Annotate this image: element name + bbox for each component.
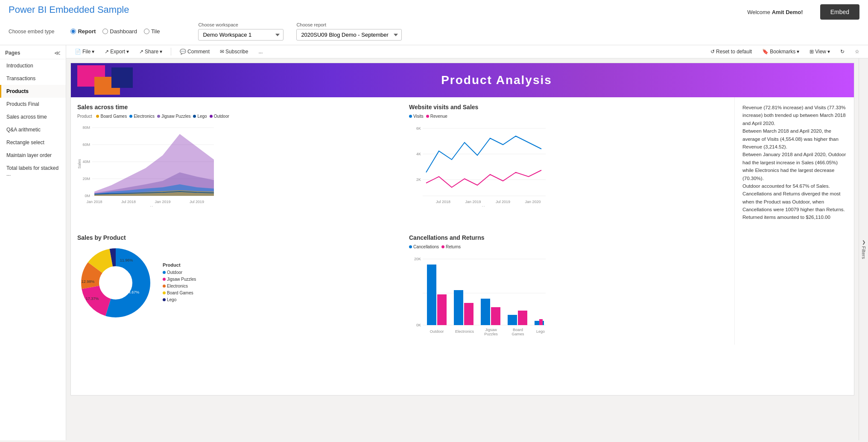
export-chevron-icon: ▾	[126, 49, 129, 55]
reset-button[interactable]: ↺ Reset to default	[707, 47, 755, 56]
sidebar-item-transactions[interactable]: Transactions	[0, 72, 66, 85]
legend-dot-lego	[193, 115, 196, 118]
bar-lego-return	[539, 319, 543, 325]
workspace-select[interactable]: Demo Workspace 1	[198, 29, 283, 41]
sidebar-item-maintain[interactable]: Maintain layer order	[0, 149, 66, 162]
favorite-button[interactable]: ☆	[851, 47, 863, 56]
website-title: Website visits and Sales	[409, 104, 728, 110]
svg-text:Jan 2019: Jan 2019	[155, 200, 170, 204]
subscribe-button[interactable]: ✉ Subscribe	[216, 47, 251, 56]
donut-chart: 11.96% 12.98% 17.37% 54.67%	[77, 244, 154, 323]
sales-time-panel: Sales across time Product Board Games El…	[71, 97, 403, 228]
svg-text:Lego: Lego	[536, 329, 545, 334]
svg-text:6K: 6K	[416, 126, 421, 131]
cancellations-chart: 20K 0K	[409, 252, 554, 337]
bar-board-return	[518, 311, 527, 325]
report-select[interactable]: 2020SU09 Blog Demo - September	[296, 29, 402, 41]
more-button[interactable]: ...	[255, 47, 266, 56]
shape-dark	[111, 67, 133, 88]
website-panel: Website visits and Sales Visits Revenue	[403, 97, 734, 228]
sidebar: Pages ≪ Introduction Transactions Produc…	[0, 45, 66, 440]
workspace-label: Choose workspace	[198, 22, 283, 27]
svg-text:Jigsaw: Jigsaw	[485, 328, 497, 332]
star-icon: ☆	[855, 49, 859, 55]
legend-cancellations: Cancellations	[409, 244, 439, 249]
legend-outdoor: Outdoor	[210, 114, 229, 119]
legend-dot-outdoor	[210, 115, 213, 118]
svg-text:11.96%: 11.96%	[120, 258, 133, 262]
donut-legend-jigsaw: Jigsaw Puzzles	[163, 277, 196, 282]
report-canvas: Product Analysis Sales across time Produ…	[70, 63, 854, 395]
svg-text:Puzzles: Puzzles	[484, 332, 498, 336]
cancellations-legend: Cancellations Returns	[409, 244, 728, 249]
legend-dot-electronics	[129, 115, 132, 118]
donut-legend-electronics: Electronics	[163, 284, 196, 288]
file-button[interactable]: 📄 File ▾	[71, 47, 98, 56]
svg-text:Sales: Sales	[77, 159, 82, 169]
sales-product-panel: Sales by Product	[71, 228, 403, 345]
filters-chevron-icon: ❯	[862, 240, 865, 244]
share-button[interactable]: ↗ Share ▾	[136, 47, 166, 56]
embed-type-radio-group: Report Dashboard Tile	[70, 28, 160, 35]
legend-dot-cancellations	[409, 245, 412, 248]
sidebar-item-sales-time[interactable]: Sales across time	[0, 110, 66, 123]
legend-revenue: Revenue	[426, 114, 447, 119]
svg-text:Outdoor: Outdoor	[430, 329, 444, 334]
donut-dot-electronics	[163, 285, 166, 288]
insight-2: Between March 2018 and April 2020, the a…	[742, 127, 846, 151]
sidebar-item-products[interactable]: Products	[0, 85, 66, 98]
radio-tile[interactable]: Tile	[144, 28, 160, 35]
bookmarks-chevron-icon: ▾	[797, 49, 799, 55]
sidebar-item-qa[interactable]: Q&A arithmetic	[0, 123, 66, 136]
legend-dot-board-games	[96, 115, 99, 118]
svg-text:17.37%: 17.37%	[86, 297, 99, 301]
toolbar-separator-1	[171, 48, 171, 55]
insight-5: Cancellations and Returns diverged the m…	[742, 190, 846, 221]
file-icon: 📄	[75, 49, 81, 55]
refresh-button[interactable]: ↻	[837, 47, 848, 56]
bookmarks-button[interactable]: 🔖 Bookmarks ▾	[759, 47, 803, 56]
view-button[interactable]: ⊞ View ▾	[806, 47, 833, 56]
top-header: Power BI Embedded Sample Welcome Amit De…	[0, 0, 868, 45]
legend-dot-revenue	[426, 115, 429, 118]
banner-shapes	[71, 63, 135, 97]
sidebar-item-total-labels[interactable]: Total labels for stacked ...	[0, 162, 66, 180]
svg-text:Jan 2019: Jan 2019	[465, 200, 481, 204]
sales-product-title: Sales by Product	[77, 234, 396, 241]
svg-text:Jul 2019: Jul 2019	[190, 200, 204, 204]
toolbar: 📄 File ▾ ↗ Export ▾ ↗ Share ▾ 💬 Comment …	[66, 45, 868, 58]
svg-text:4K: 4K	[416, 152, 421, 156]
svg-text:0K: 0K	[416, 323, 421, 327]
reset-icon: ↺	[710, 49, 715, 55]
bar-outdoor-cancel	[427, 265, 436, 325]
product-banner-container: Product Analysis	[71, 63, 854, 97]
file-chevron-icon: ▾	[92, 49, 94, 55]
sales-time-title: Sales across time	[77, 104, 396, 110]
embed-button[interactable]: Embed	[820, 4, 859, 20]
insights-spacer	[734, 228, 854, 345]
radio-dashboard[interactable]: Dashboard	[102, 28, 137, 35]
sidebar-collapse-button[interactable]: ≪	[54, 49, 61, 56]
filters-label: Filters	[861, 246, 866, 259]
sidebar-item-products-final[interactable]: Products Final	[0, 98, 66, 110]
radio-report[interactable]: Report	[70, 28, 96, 35]
bar-elec-return	[464, 303, 473, 325]
export-icon: ↗	[105, 49, 109, 55]
legend-jigsaw: Jigsaw Puzzles	[157, 114, 190, 119]
filters-panel[interactable]: ❯ Filters	[859, 58, 868, 440]
insight-3: Between January 2018 and April 2020, Out…	[742, 151, 846, 182]
sidebar-item-rectangle[interactable]: Rectangle select	[0, 136, 66, 149]
comment-icon: 💬	[180, 49, 186, 55]
sales-time-legend: Product Board Games Electronics	[77, 114, 396, 119]
comment-button[interactable]: 💬 Comment	[176, 47, 213, 56]
sidebar-item-introduction[interactable]: Introduction	[0, 59, 66, 72]
export-button[interactable]: ↗ Export ▾	[101, 47, 132, 56]
main-layout: Pages ≪ Introduction Transactions Produc…	[0, 45, 868, 440]
legend-visits: Visits	[409, 114, 424, 119]
product-legend-label: Product	[77, 114, 92, 119]
donut-legend: Product Outdoor Jigsaw Puzzles	[163, 262, 196, 304]
donut-legend-board-games: Board Games	[163, 291, 196, 295]
share-icon: ↗	[139, 49, 143, 55]
svg-text:12.98%: 12.98%	[82, 279, 95, 284]
donut-dot-outdoor	[163, 271, 166, 274]
